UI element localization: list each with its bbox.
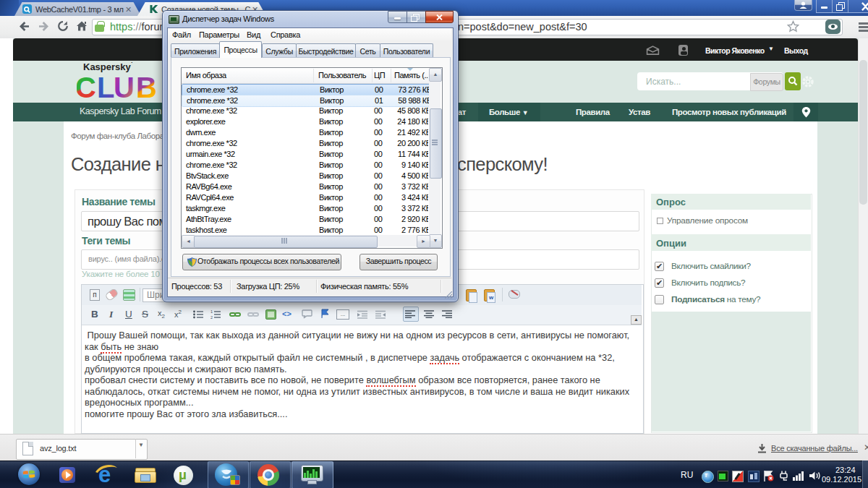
svg-text:B: B [136, 72, 157, 103]
svg-text:2: 2 [210, 315, 213, 319]
svg-text:C: C [77, 72, 96, 103]
svg-text:1: 1 [210, 310, 213, 314]
svg-text:U: U [114, 72, 135, 103]
svg-text:L: L [97, 72, 114, 103]
